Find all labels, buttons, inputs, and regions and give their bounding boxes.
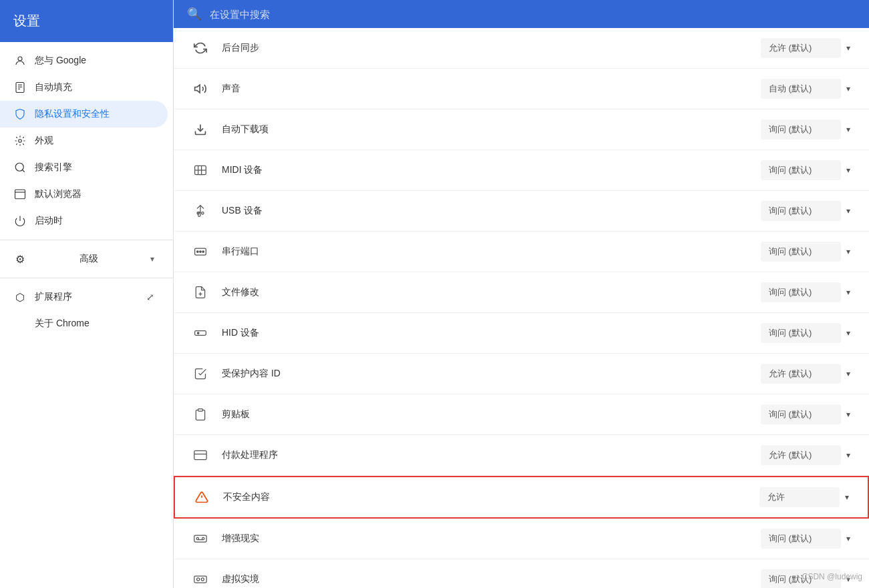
settings-control-insecure[interactable]: 允许 ▾ xyxy=(759,487,852,507)
svg-point-26 xyxy=(197,332,199,334)
settings-control-usb[interactable]: 询问 (默认) ▾ xyxy=(761,201,853,221)
sidebar-item-search[interactable]: 搜索引擎 xyxy=(0,154,168,181)
settings-item-clipboard[interactable]: 剪贴板 询问 (默认) ▾ xyxy=(174,394,869,435)
settings-label-ar: 增强现实 xyxy=(222,533,761,545)
search-icon: 🔍 xyxy=(187,7,202,21)
settings-item-usb[interactable]: USB 设备 询问 (默认) ▾ xyxy=(174,191,869,232)
sound-icon xyxy=(190,78,211,99)
settings-value-hid[interactable]: 询问 (默认) xyxy=(761,323,841,343)
settings-item-midi[interactable]: MIDI 设备 询问 (默认) ▾ xyxy=(174,150,869,191)
sidebar-item-extensions[interactable]: ⬡ 扩展程序 ⤢ xyxy=(0,284,168,310)
settings-list: 后台同步 允许 (默认) ▾ 声音 自动 (默认) ▾ 自动下载项 询问 (默认… xyxy=(174,28,869,588)
svg-point-37 xyxy=(201,578,204,581)
svg-point-0 xyxy=(18,57,22,61)
extensions-external-icon: ⤢ xyxy=(146,292,154,302)
svg-line-7 xyxy=(22,170,24,172)
settings-item-insecure[interactable]: 不安全内容 允许 ▾ xyxy=(174,476,869,519)
background-sync-icon xyxy=(190,37,211,59)
settings-item-hid[interactable]: HID 设备 询问 (默认) ▾ xyxy=(174,313,869,354)
svg-rect-27 xyxy=(198,409,203,411)
sidebar-item-browser[interactable]: 默认浏览器 xyxy=(0,181,168,208)
watermark: CSDN @ludewig xyxy=(802,572,862,581)
settings-item-file-edit[interactable]: 文件修改 询问 (默认) ▾ xyxy=(174,272,869,313)
settings-label-usb: USB 设备 xyxy=(222,205,761,217)
settings-label-sound: 声音 xyxy=(222,83,761,95)
dropdown-arrow-serial[interactable]: ▾ xyxy=(844,243,853,260)
settings-item-vr[interactable]: 虚拟实境 询问 (默认) ▾ xyxy=(174,559,869,588)
settings-value-sound[interactable]: 自动 (默认) xyxy=(761,79,841,99)
settings-item-protected-content[interactable]: 受保护内容 ID 允许 (默认) ▾ xyxy=(174,354,869,394)
settings-item-payment[interactable]: 付款处理程序 允许 (默认) ▾ xyxy=(174,435,869,476)
sidebar-item-about[interactable]: 关于 Chrome xyxy=(0,310,168,337)
settings-value-clipboard[interactable]: 询问 (默认) xyxy=(761,404,841,424)
clipboard-icon xyxy=(190,404,211,425)
settings-value-file-edit[interactable]: 询问 (默认) xyxy=(761,282,841,302)
extensions-icon: ⬡ xyxy=(13,290,27,304)
hid-icon xyxy=(190,322,211,344)
file-edit-icon xyxy=(190,282,211,303)
settings-item-sound[interactable]: 声音 自动 (默认) ▾ xyxy=(174,69,869,109)
settings-control-serial[interactable]: 询问 (默认) ▾ xyxy=(761,242,853,262)
settings-control-ar[interactable]: 询问 (默认) ▾ xyxy=(761,529,853,549)
settings-value-background-sync[interactable]: 允许 (默认) xyxy=(761,38,841,58)
dropdown-arrow-usb[interactable]: ▾ xyxy=(844,202,853,220)
settings-value-insecure[interactable]: 允许 xyxy=(759,487,840,507)
settings-item-ar[interactable]: 增强现实 询问 (默认) ▾ xyxy=(174,519,869,559)
svg-point-18 xyxy=(202,212,204,214)
svg-point-6 xyxy=(15,163,23,171)
settings-control-midi[interactable]: 询问 (默认) ▾ xyxy=(761,160,853,180)
dropdown-arrow-payment[interactable]: ▾ xyxy=(844,447,853,464)
settings-value-midi[interactable]: 询问 (默认) xyxy=(761,160,841,180)
settings-label-clipboard: 剪贴板 xyxy=(222,408,761,420)
ar-icon xyxy=(190,528,211,549)
settings-control-sound[interactable]: 自动 (默认) ▾ xyxy=(761,79,853,99)
search-input[interactable] xyxy=(210,9,856,20)
sidebar-item-advanced[interactable]: ⚙ 高级 ▾ xyxy=(0,246,168,272)
settings-control-payment[interactable]: 允许 (默认) ▾ xyxy=(761,445,853,465)
dropdown-arrow-hid[interactable]: ▾ xyxy=(844,324,853,342)
advanced-arrow-icon: ▾ xyxy=(150,254,154,264)
settings-value-usb[interactable]: 询问 (默认) xyxy=(761,201,841,221)
settings-value-auto-download[interactable]: 询问 (默认) xyxy=(761,119,841,139)
settings-value-serial[interactable]: 询问 (默认) xyxy=(761,242,841,262)
sidebar-title: 设置 xyxy=(0,0,173,42)
settings-item-auto-download[interactable]: 自动下载项 询问 (默认) ▾ xyxy=(174,109,869,150)
midi-icon xyxy=(190,160,211,181)
dropdown-arrow-auto-download[interactable]: ▾ xyxy=(844,121,853,138)
svg-rect-28 xyxy=(194,451,206,459)
nav-divider xyxy=(0,240,173,240)
google-icon xyxy=(13,54,27,67)
sidebar-item-appearance[interactable]: 外观 xyxy=(0,127,168,154)
sidebar-item-privacy[interactable]: 隐私设置和安全性 xyxy=(0,101,168,127)
dropdown-arrow-midi[interactable]: ▾ xyxy=(844,162,853,179)
settings-control-hid[interactable]: 询问 (默认) ▾ xyxy=(761,323,853,343)
nav-divider-2 xyxy=(0,278,173,278)
settings-control-auto-download[interactable]: 询问 (默认) ▾ xyxy=(761,119,853,139)
svg-rect-8 xyxy=(15,190,25,199)
dropdown-arrow-insecure[interactable]: ▾ xyxy=(842,489,852,506)
settings-control-protected-content[interactable]: 允许 (默认) ▾ xyxy=(761,364,853,384)
dropdown-arrow-background-sync[interactable]: ▾ xyxy=(844,39,853,57)
sidebar-item-autofill[interactable]: 自动填充 xyxy=(0,74,168,101)
dropdown-arrow-ar[interactable]: ▾ xyxy=(844,530,853,547)
settings-value-ar[interactable]: 询问 (默认) xyxy=(761,529,841,549)
dropdown-arrow-file-edit[interactable]: ▾ xyxy=(844,284,853,301)
search-bar: 🔍 xyxy=(174,0,869,28)
settings-control-background-sync[interactable]: 允许 (默认) ▾ xyxy=(761,38,853,58)
sidebar-item-startup[interactable]: 启动时 xyxy=(0,208,168,234)
search-icon xyxy=(13,161,27,174)
settings-value-payment[interactable]: 允许 (默认) xyxy=(761,445,841,465)
sidebar-item-google[interactable]: 您与 Google xyxy=(0,47,168,74)
svg-rect-25 xyxy=(195,331,206,336)
dropdown-arrow-sound[interactable]: ▾ xyxy=(844,80,853,97)
autofill-icon xyxy=(13,81,27,94)
settings-control-clipboard[interactable]: 询问 (默认) ▾ xyxy=(761,404,853,424)
svg-rect-35 xyxy=(194,576,206,583)
settings-item-serial[interactable]: 串行端口 询问 (默认) ▾ xyxy=(174,232,869,272)
settings-control-file-edit[interactable]: 询问 (默认) ▾ xyxy=(761,282,853,302)
settings-item-background-sync[interactable]: 后台同步 允许 (默认) ▾ xyxy=(174,28,869,69)
dropdown-arrow-clipboard[interactable]: ▾ xyxy=(844,406,853,423)
settings-value-protected-content[interactable]: 允许 (默认) xyxy=(761,364,841,384)
app-container: 设置 您与 Google 自动填充 隐私设置和安全性 外观 搜索引擎 默认浏览器… xyxy=(0,0,869,588)
dropdown-arrow-protected-content[interactable]: ▾ xyxy=(844,365,853,382)
